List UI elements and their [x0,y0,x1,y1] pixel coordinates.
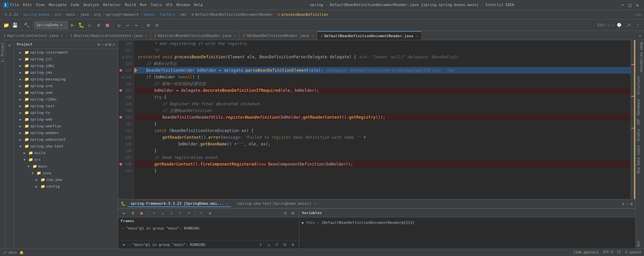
tree-main[interactable]: ▼ 📁 main [14,163,118,170]
maximize-button[interactable]: □ [629,3,633,7]
redo-button[interactable]: ↪ [132,21,141,29]
step-out-button[interactable]: ↑ [177,210,183,216]
scroll-indicator[interactable] [631,40,635,199]
bean-validation-panel-label[interactable]: Bean Validation [636,40,644,74]
bc-version[interactable]: -5.3.22 [3,12,18,17]
thread-resume-btn[interactable]: ▶ [121,241,127,248]
tree-spring-test[interactable]: ▶ 📁 spring-test [14,103,118,109]
git-push-button[interactable]: ↑ [634,21,642,29]
breakpoint-dot-327[interactable] [119,89,122,92]
smart-step-into-button[interactable]: ⤵ [168,210,175,216]
bc-class[interactable]: DefaultBeanDefinitionDocumentReader [195,12,273,17]
close-button[interactable]: ✕ [636,3,641,7]
bc-factory[interactable]: factory [160,12,175,17]
run-with-coverage[interactable]: ▷ [86,21,94,29]
stream-trace-button[interactable]: ≡ [207,210,213,216]
tab-close-icon-2[interactable]: ✕ [145,34,147,38]
tree-spring-websocket[interactable]: ▶ 📁 spring-websocket [14,136,118,143]
tree-spring-jcl[interactable]: ▶ 📁 spring-jcl [14,56,118,62]
status-linefeed[interactable]: LF [617,250,621,255]
menu-build[interactable]: Build [125,3,136,7]
run-to-cursor-button[interactable]: ➤ [185,210,192,216]
bc-org[interactable]: org [94,12,101,17]
tab-close-icon-5[interactable]: ✕ [416,34,418,38]
tab-close-icon[interactable]: ✕ [61,34,63,38]
debug-maximize-button[interactable]: ⊞ [630,202,633,206]
project-expand-icon[interactable]: ⊞ [109,42,111,47]
tree-spring-r2dbc[interactable]: ▶ 📁 spring-r2dbc [14,96,118,103]
project-close-icon[interactable]: ✕ [113,42,115,47]
build-button[interactable]: 🔨 [22,21,31,29]
bc-nav-back[interactable]: ◁ [636,12,638,17]
status-encoding[interactable]: UTF-8 [603,250,613,255]
tab-close-icon-3[interactable]: ✕ [234,34,236,38]
resume-button[interactable]: ▶ [121,210,127,216]
tree-spring-tx[interactable]: ▶ 📁 spring-tx [14,109,118,116]
stop-debug-button[interactable]: ■ [138,210,145,216]
menu-view[interactable]: View [36,3,45,7]
find-button[interactable]: ⊞ [144,21,152,29]
tree-src[interactable]: ▼ 📁 src [14,156,118,163]
bc-xml[interactable]: xml [180,12,187,17]
restore-layout-button[interactable]: ⊞ [289,210,296,216]
evaluate-button[interactable]: ⚡ [198,210,205,216]
thread-dropdown[interactable]: ▾ [257,241,264,248]
bc-spring-beans[interactable]: spring-beans [23,12,50,17]
update-button[interactable]: ↻ [115,21,123,29]
menu-tools[interactable]: Tools [151,3,162,7]
tree-spring-oxm[interactable]: ▶ 📁 spring-oxm [14,89,118,96]
undo-button[interactable]: ↩ [124,21,132,29]
menu-refactor[interactable]: Refactor [103,3,121,7]
tree-spring-orm[interactable]: ▶ 📁 spring-orm [14,82,118,89]
filter-frames-button[interactable]: ⊟ [282,210,289,216]
tree-spring-yhw-test[interactable]: ▼ 📁 spring-yhw-test [14,143,118,149]
ant-panel-label[interactable]: Ant [636,239,644,249]
thread-down-btn[interactable]: ▽ [273,241,280,248]
tab-xmlbeandefreader[interactable]: J XmlBeanDefinitionReader.java ✕ [239,31,317,40]
tab-abstractappcontext[interactable]: J AbstractApplicationContext.java ✕ [66,31,151,40]
var-this[interactable]: ▶ this = {DefaultBeanDefinitionDocumentR… [302,219,633,226]
replace-button[interactable]: ⊟ [153,21,161,29]
debug-tab-2[interactable]: :spring-yhw-test:SpringDemo.main() ✕ [233,201,319,207]
tree-config[interactable]: ▶ 📁 config [14,183,118,190]
debug-tab-1[interactable]: spring-framework-5.3.22 [SpringDemo.mai.… [128,201,231,207]
pause-button[interactable]: ⏸ [129,210,136,216]
menu-edit[interactable]: Edit [23,3,32,7]
menu-analyze[interactable]: Analyze [84,3,99,7]
tree-comyhw[interactable]: ▶ 📁 com.yhw [14,176,118,183]
gradle-panel-label[interactable]: Gradle [636,127,644,143]
thread-filter-btn[interactable]: ⊟ [281,241,288,248]
status-event-log[interactable]: 🔔 [19,251,23,254]
tree-spring-jms[interactable]: ▶ 📁 spring-jms [14,69,118,76]
project-collapse-icon[interactable]: — [101,42,104,47]
tree-spring-webflux[interactable]: ▶ 📁 spring-webflux [14,123,118,129]
git-branches-button[interactable]: ⎇ [625,21,633,29]
status-git[interactable]: ⎇ main [3,251,17,254]
tree-java[interactable]: ▼ 📁 java [14,170,118,176]
breakpoint-dot-324[interactable] [119,69,122,72]
jsf-panel-label[interactable]: JSF [636,117,644,127]
open-file-button[interactable]: 📁 [2,21,10,29]
frame-item-main[interactable]: ✓ "main"@1 in group "main": RUNNING [121,225,296,232]
menu-help[interactable]: Help [194,3,203,7]
tab-abstractbeandef[interactable]: J AbstractBeanDefinitionReader.java ✕ [151,31,240,40]
menu-file[interactable]: File [10,3,19,7]
menu-window[interactable]: Window [176,3,190,7]
git-history-button[interactable]: 🕐 [615,21,623,29]
thread-up-btn[interactable]: △ [265,241,272,248]
run-config-dropdown[interactable]: SpringDemo ▾ [34,21,68,29]
git-commit-button[interactable]: ✓ [608,22,610,27]
breakpoint-dot-338[interactable] [119,163,122,166]
menu-run[interactable]: Run [140,3,147,7]
tab-applicationcontext[interactable]: J ApplicationContext.java ✕ [0,31,66,40]
structure-panel-label[interactable]: Structure [636,74,644,97]
tab-defaultbeandocreader[interactable]: J DefaultBeanDefinitionDocumentReader.ja… [317,31,422,40]
debug-tab-2-close[interactable]: ✕ [314,202,316,205]
bc-nav-forward[interactable]: ▷ [639,12,641,17]
stop-button[interactable]: ■ [103,21,111,29]
tree-build[interactable]: ▶ 📁 build [14,149,118,156]
tree-spring-messaging[interactable]: ▶ 📁 spring-messaging [14,76,118,82]
step-into-button[interactable]: ↓ [159,210,166,216]
debug-settings-button[interactable]: ⚙ [622,202,624,206]
minimize-button[interactable]: ─ [621,3,626,7]
